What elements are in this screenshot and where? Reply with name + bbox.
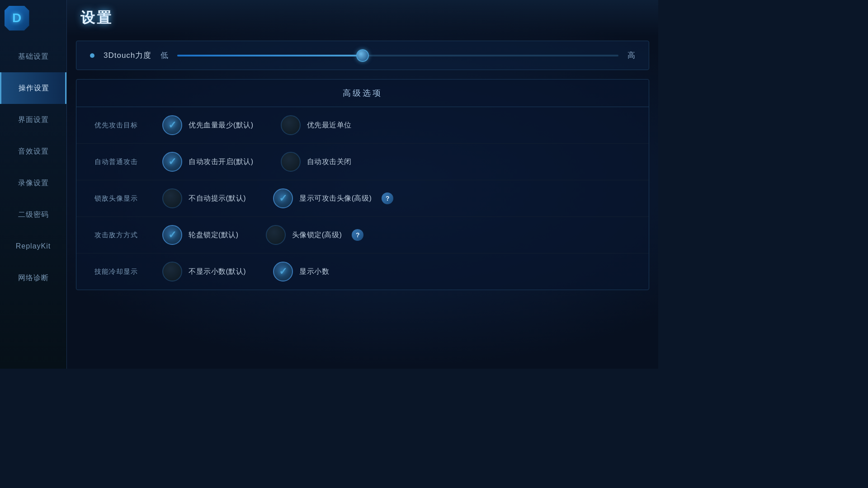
checkmark-roulette: ✓	[168, 229, 176, 241]
checkmark-show-decimal: ✓	[279, 266, 287, 277]
choice-icon-avatar-lock	[266, 225, 286, 245]
option-label-auto-attack: 自动普通攻击	[94, 158, 162, 166]
option-row-attack-method: 攻击敌方方式 ✓ 轮盘锁定(默认) 头像锁定(高级) ?	[76, 217, 649, 253]
choice-text-no-auto-hint: 不自动提示(默认)	[189, 194, 246, 203]
advanced-section: 高级选项 优先攻击目标 ✓ 优先血量最少(默认) 优先最近单位 自动普通攻击	[76, 79, 649, 290]
slider-bullet	[90, 53, 94, 58]
choice-min-hp[interactable]: ✓ 优先血量最少(默认)	[162, 115, 254, 135]
sidebar-item-sound[interactable]: 音效设置	[0, 136, 66, 167]
choice-avatar-lock[interactable]: 头像锁定(高级) ?	[266, 225, 364, 245]
help-icon-show-avatar[interactable]: ?	[382, 192, 393, 204]
main-content: 3Dtouch力度 低 高 高级选项 优先攻击目标 ✓ 优先血量最少(默认)	[67, 36, 658, 369]
sidebar-nav: 基础设置 操作设置 界面设置 音效设置 录像设置 二级密码 ReplayKit …	[0, 41, 66, 369]
sidebar-item-basic[interactable]: 基础设置	[0, 41, 66, 72]
header: 设置	[67, 0, 658, 36]
choice-icon-nearest	[281, 115, 301, 135]
choice-text-roulette: 轮盘锁定(默认)	[189, 230, 239, 240]
choice-nearest[interactable]: 优先最近单位	[281, 115, 352, 135]
choice-icon-min-hp: ✓	[162, 115, 182, 135]
sidebar-item-replaykit[interactable]: ReplayKit	[0, 230, 66, 262]
choice-icon-show-decimal: ✓	[273, 262, 293, 282]
page-title: 设置	[80, 8, 113, 28]
choice-text-show-avatar: 显示可攻击头像(高级)	[299, 194, 372, 203]
sidebar-item-interface[interactable]: 界面设置	[0, 104, 66, 136]
choice-show-avatar[interactable]: ✓ 显示可攻击头像(高级) ?	[273, 188, 393, 208]
choice-text-avatar-lock: 头像锁定(高级)	[292, 230, 342, 240]
option-row-lock-avatar: 锁敌头像显示 不自动提示(默认) ✓ 显示可攻击头像(高级) ?	[76, 180, 649, 217]
slider-row: 3Dtouch力度 低 高	[76, 41, 649, 70]
sidebar: D 基础设置 操作设置 界面设置 音效设置 录像设置 二级密码 ReplayKi…	[0, 0, 67, 369]
option-label-cooldown: 技能冷却显示	[94, 267, 162, 276]
logo-area: D	[0, 0, 67, 36]
option-row-cooldown: 技能冷却显示 不显示小数(默认) ✓ 显示小数	[76, 253, 649, 290]
slider-track	[177, 55, 618, 56]
slider-label: 3Dtouch力度	[104, 50, 151, 61]
option-row-attack-target: 优先攻击目标 ✓ 优先血量最少(默认) 优先最近单位	[76, 107, 649, 144]
slider-track-container[interactable]	[177, 51, 618, 60]
choice-auto-off[interactable]: 自动攻击关闭	[281, 152, 352, 172]
choice-text-auto-off: 自动攻击关闭	[307, 157, 352, 167]
option-choices-attack-target: ✓ 优先血量最少(默认) 优先最近单位	[162, 115, 631, 135]
choice-no-decimal[interactable]: 不显示小数(默认)	[162, 262, 246, 282]
sidebar-item-password[interactable]: 二级密码	[0, 199, 66, 230]
option-label-lock-avatar: 锁敌头像显示	[94, 194, 162, 203]
choice-icon-show-avatar: ✓	[273, 188, 293, 208]
choice-icon-no-auto-hint	[162, 188, 182, 208]
slider-min-label: 低	[160, 50, 168, 61]
choice-text-nearest: 优先最近单位	[307, 121, 352, 130]
option-row-auto-attack: 自动普通攻击 ✓ 自动攻击开启(默认) 自动攻击关闭	[76, 144, 649, 180]
choice-icon-auto-on: ✓	[162, 152, 182, 172]
choice-text-no-decimal: 不显示小数(默认)	[189, 267, 246, 277]
slider-fill	[177, 55, 363, 56]
option-choices-attack-method: ✓ 轮盘锁定(默认) 头像锁定(高级) ?	[162, 225, 631, 245]
checkmark-auto-on: ✓	[168, 156, 176, 168]
choice-text-min-hp: 优先血量最少(默认)	[189, 121, 254, 130]
advanced-section-title: 高级选项	[76, 80, 649, 107]
choice-text-show-decimal: 显示小数	[299, 267, 329, 277]
choice-auto-on[interactable]: ✓ 自动攻击开启(默认)	[162, 152, 254, 172]
option-choices-cooldown: 不显示小数(默认) ✓ 显示小数	[162, 262, 631, 282]
choice-text-auto-on: 自动攻击开启(默认)	[189, 157, 254, 167]
checkmark-min-hp: ✓	[168, 119, 176, 131]
sidebar-item-operation[interactable]: 操作设置	[0, 72, 66, 104]
slider-max-label: 高	[627, 50, 635, 61]
choice-icon-auto-off	[281, 152, 301, 172]
help-icon-avatar-lock[interactable]: ?	[352, 229, 363, 241]
logo-icon: D	[5, 6, 29, 31]
choice-icon-roulette: ✓	[162, 225, 182, 245]
option-label-attack-method: 攻击敌方方式	[94, 231, 162, 239]
slider-thumb[interactable]	[356, 49, 369, 62]
checkmark-show-avatar: ✓	[279, 192, 287, 204]
choice-icon-no-decimal	[162, 262, 182, 282]
sidebar-item-network[interactable]: 网络诊断	[0, 262, 66, 294]
option-label-attack-target: 优先攻击目标	[94, 121, 162, 130]
choice-roulette[interactable]: ✓ 轮盘锁定(默认)	[162, 225, 239, 245]
option-choices-auto-attack: ✓ 自动攻击开启(默认) 自动攻击关闭	[162, 152, 631, 172]
option-choices-lock-avatar: 不自动提示(默认) ✓ 显示可攻击头像(高级) ?	[162, 188, 631, 208]
sidebar-item-record[interactable]: 录像设置	[0, 167, 66, 199]
choice-no-auto-hint[interactable]: 不自动提示(默认)	[162, 188, 246, 208]
choice-show-decimal[interactable]: ✓ 显示小数	[273, 262, 329, 282]
